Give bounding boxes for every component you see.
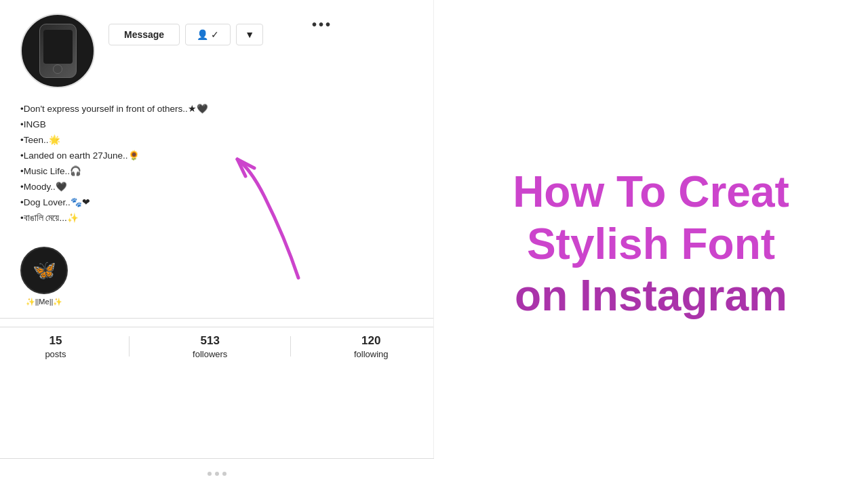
following-count: 120 bbox=[361, 334, 380, 348]
avatar bbox=[20, 14, 95, 88]
tab-indicator bbox=[208, 472, 212, 476]
followers-count: 513 bbox=[201, 334, 220, 348]
title-line-1: How To Creat Stylish Font bbox=[448, 166, 854, 270]
bio-line-6: •Moody..🖤 bbox=[20, 180, 413, 195]
followers-label: followers bbox=[193, 349, 227, 359]
followers-stat[interactable]: 513 followers bbox=[193, 334, 227, 359]
following-stat[interactable]: 120 following bbox=[354, 334, 389, 359]
arrow-annotation bbox=[231, 156, 319, 291]
more-options-dots[interactable]: ••• bbox=[312, 17, 332, 33]
following-label: following bbox=[354, 349, 389, 359]
tab-indicator-2 bbox=[215, 472, 219, 476]
bio-line-8: •বাঙালি মেয়ে...✨ bbox=[20, 211, 413, 226]
check-mark: ✓ bbox=[211, 29, 219, 40]
bio-line-3: •Teen..🌟 bbox=[20, 133, 413, 148]
bio-line-1: •Don't express yourself in front of othe… bbox=[20, 102, 413, 117]
person-icon: 👤 bbox=[197, 29, 208, 40]
highlight-section: 🦋 ✨||Me||✨ bbox=[0, 237, 433, 310]
bio-section: •Don't express yourself in front of othe… bbox=[0, 95, 433, 237]
bio-line-5: •Music Life..🎧 bbox=[20, 164, 413, 180]
posts-label: posts bbox=[45, 349, 66, 359]
follow-check-button[interactable]: 👤 ✓ bbox=[185, 24, 231, 45]
title-panel: How To Creat Stylish Font on Instagram bbox=[434, 0, 868, 488]
stats-bar: 15 posts 513 followers 120 following bbox=[0, 327, 433, 366]
bio-line-4: •Landed on earth 27June..🌻 bbox=[20, 148, 413, 164]
posts-stat[interactable]: 15 posts bbox=[45, 334, 66, 359]
bio-line-7: •Dog Lover..🐾❤ bbox=[20, 195, 413, 211]
message-button[interactable]: Message bbox=[108, 24, 180, 45]
highlight-circle[interactable]: 🦋 bbox=[20, 247, 68, 294]
highlight-label: ✨||Me||✨ bbox=[20, 298, 68, 306]
posts-count: 15 bbox=[49, 334, 62, 348]
profile-header: Message 👤 ✓ ▼ bbox=[0, 0, 433, 95]
profile-divider bbox=[0, 318, 433, 319]
stat-divider-2 bbox=[290, 336, 291, 357]
title-container: How To Creat Stylish Font on Instagram bbox=[434, 152, 868, 336]
tab-indicator-3 bbox=[222, 472, 226, 476]
instagram-profile-panel: Message 👤 ✓ ▼ ••• •Don't express yoursel… bbox=[0, 0, 434, 488]
avatar-phone-image bbox=[39, 24, 77, 78]
bio-line-2: •INGB bbox=[20, 117, 413, 133]
title-line-2: on Instagram bbox=[448, 270, 854, 322]
bottom-tab-bar bbox=[0, 458, 434, 488]
action-buttons: Message 👤 ✓ ▼ bbox=[108, 24, 413, 45]
butterfly-icon: 🦋 bbox=[33, 259, 56, 281]
stat-divider-1 bbox=[129, 336, 130, 357]
dropdown-button[interactable]: ▼ bbox=[236, 24, 263, 45]
header-right: Message 👤 ✓ ▼ bbox=[108, 14, 413, 45]
